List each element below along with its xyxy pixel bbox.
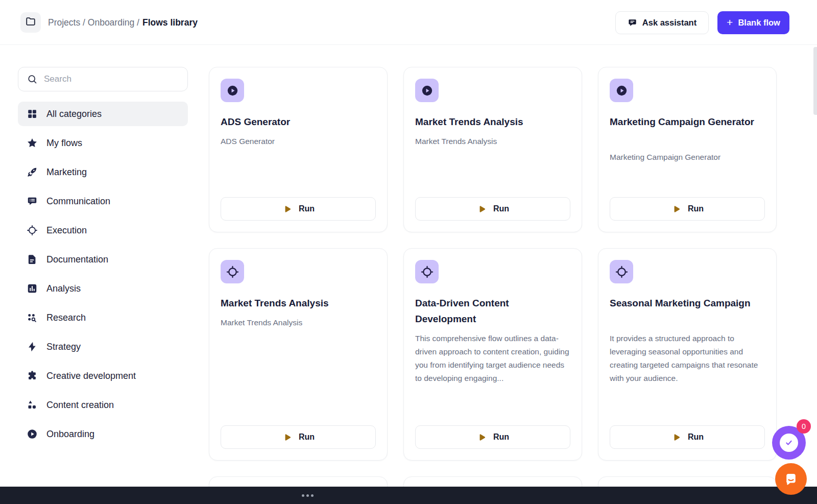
target-badge-icon — [610, 260, 633, 283]
flows-library-page: Projects / Onboarding /Flows library Ask… — [0, 0, 817, 504]
search-input[interactable] — [44, 67, 182, 91]
run-button[interactable]: Run — [610, 197, 765, 221]
chat-lines-icon — [27, 196, 38, 207]
sidebar-item-marketing[interactable]: Marketing — [18, 160, 188, 184]
assistant-chat-icon — [628, 18, 637, 28]
vertical-scrollbar-thumb[interactable] — [813, 47, 817, 115]
run-button-label: Run — [688, 204, 704, 213]
run-button-label: Run — [688, 433, 704, 442]
play-badge-icon — [610, 79, 633, 102]
sidebar-item-communication[interactable]: Communication — [18, 189, 188, 213]
breadcrumb-current: Flows library — [142, 17, 198, 28]
flow-card-market-trends-analysis-2[interactable]: Market Trends Analysis Market Trends Ana… — [403, 67, 582, 232]
flow-card-title: Market Trends Analysis — [221, 295, 377, 311]
sidebar-item-strategy[interactable]: Strategy — [18, 334, 188, 359]
sidebar-item-creative-development[interactable]: Creative development — [18, 364, 188, 388]
run-play-icon — [282, 432, 293, 443]
bar-chart-icon — [27, 283, 38, 294]
sidebar-item-all-categories[interactable]: All categories — [18, 102, 188, 126]
sidebar-item-label: Execution — [46, 225, 87, 236]
play-badge-icon — [415, 79, 439, 102]
blank-flow-button[interactable]: + Blank flow — [717, 11, 789, 34]
sidebar-item-label: Creative development — [46, 371, 136, 381]
run-button[interactable]: Run — [415, 197, 570, 221]
sidebar-item-onboarding[interactable]: Onboarding — [18, 422, 188, 446]
breadcrumb[interactable]: Projects / Onboarding /Flows library — [48, 0, 198, 45]
flow-card-description: Market Trends Analysis — [415, 135, 572, 148]
sidebar-item-label: Analysis — [46, 283, 81, 294]
run-play-icon — [671, 432, 682, 443]
run-button-label: Run — [493, 433, 509, 442]
run-play-icon — [671, 204, 682, 214]
run-button[interactable]: Run — [221, 425, 376, 449]
search-box — [18, 67, 188, 91]
breadcrumb-path[interactable]: Projects / Onboarding / — [48, 17, 139, 28]
flow-card-marketing-campaign-generator-3[interactable]: Marketing Campaign Generator Marketing C… — [598, 67, 777, 232]
sidebar-item-analysis[interactable]: Analysis — [18, 276, 188, 301]
sidebar-item-my-flows[interactable]: My flows — [18, 131, 188, 155]
flow-card-title: Marketing Campaign Generator — [610, 114, 766, 130]
intercom-chat-button[interactable] — [775, 463, 807, 495]
crosshair-icon — [27, 225, 38, 236]
sidebar-item-label: Communication — [46, 196, 110, 207]
rocket-icon — [27, 166, 38, 178]
sidebar-item-research[interactable]: Research — [18, 305, 188, 330]
sidebar-item-content-creation[interactable]: Content creation — [18, 393, 188, 417]
run-button[interactable]: Run — [221, 197, 376, 221]
run-button-label: Run — [299, 204, 315, 213]
flow-card-ads-generator-1[interactable]: ADS Generator ADS Generator Run — [209, 67, 388, 232]
run-button-label: Run — [299, 433, 315, 442]
flow-card-description: Market Trends Analysis — [221, 316, 378, 329]
shapes-icon — [27, 399, 38, 411]
flow-card-description: This comprehensive flow outlines a data-… — [415, 332, 572, 385]
sidebar-item-label: Onboarding — [46, 429, 94, 440]
project-folder-button[interactable] — [20, 12, 41, 33]
target-badge-icon — [221, 260, 244, 283]
top-bar: Projects / Onboarding /Flows library Ask… — [0, 0, 817, 45]
sidebar-item-label: Research — [46, 313, 86, 323]
sidebar-item-label: All categories — [46, 109, 102, 119]
flow-card-title: Data-Driven Content Development — [415, 295, 571, 327]
checkmark-icon — [780, 434, 798, 452]
play-circle-icon — [27, 428, 38, 440]
sidebar-item-documentation[interactable]: Documentation — [18, 247, 188, 272]
run-button[interactable]: Run — [415, 425, 570, 449]
notification-badge: 0 — [797, 419, 811, 434]
run-play-icon — [476, 204, 487, 214]
flow-card-seasonal-marketing-campaign-6[interactable]: Seasonal Marketing Campaign It provides … — [598, 248, 777, 461]
flow-card-description: ADS Generator — [221, 135, 378, 148]
dots-magnifier-icon — [27, 312, 38, 323]
star-icon — [27, 137, 38, 149]
grid-icon — [27, 108, 38, 119]
sidebar-item-label: Marketing — [46, 167, 87, 178]
sidebar-item-execution[interactable]: Execution — [18, 218, 188, 243]
target-badge-icon — [415, 260, 439, 283]
play-badge-icon — [221, 79, 244, 102]
blank-flow-label: Blank flow — [738, 18, 780, 28]
plus-icon: + — [727, 17, 733, 28]
run-button[interactable]: Run — [610, 425, 765, 449]
dock-more-icon[interactable] — [302, 494, 314, 497]
chat-bubble-icon — [783, 471, 799, 487]
category-list: All categories My flows Marketing Commun… — [18, 102, 188, 446]
flow-card-title: Market Trends Analysis — [415, 114, 571, 130]
sidebar: All categories My flows Marketing Commun… — [18, 67, 188, 451]
ask-assistant-button[interactable]: Ask assistant — [615, 11, 709, 34]
puzzle-icon — [27, 370, 38, 381]
flow-card-data-driven-content-development-5[interactable]: Data-Driven Content Development This com… — [403, 248, 582, 461]
lightning-icon — [27, 341, 38, 352]
flow-card-title: ADS Generator — [221, 114, 377, 130]
flow-card-market-trends-analysis-4[interactable]: Market Trends Analysis Market Trends Ana… — [209, 248, 388, 461]
sidebar-item-label: Strategy — [46, 342, 81, 352]
folder-icon — [25, 16, 36, 29]
document-icon — [27, 254, 38, 265]
run-button-label: Run — [493, 204, 509, 213]
run-play-icon — [476, 432, 487, 443]
flow-card-description: It provides a structured approach to lev… — [610, 332, 767, 385]
run-play-icon — [282, 204, 293, 214]
bottom-dock-bar — [0, 487, 817, 504]
sidebar-item-label: Content creation — [46, 400, 114, 411]
flow-card-description: Marketing Campaign Generator — [610, 151, 767, 164]
sidebar-item-label: My flows — [46, 138, 82, 149]
ask-assistant-label: Ask assistant — [642, 18, 696, 28]
